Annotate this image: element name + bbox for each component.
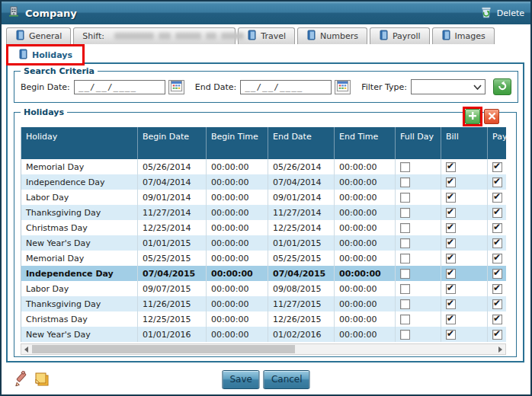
cell-end-date: 07/04/2014 xyxy=(268,174,335,190)
full-day-checkbox[interactable] xyxy=(400,223,410,233)
table-row[interactable]: Christmas Day 12/25/2015 00:00:00 12/26/… xyxy=(21,311,506,327)
delete-button[interactable]: Delete xyxy=(479,5,524,21)
cell-begin-date: 11/26/2015 xyxy=(138,296,207,311)
add-row-button[interactable] xyxy=(465,109,480,124)
column-header-begin-date[interactable]: Begin Date xyxy=(138,127,207,159)
tab-images[interactable]: Images xyxy=(432,27,495,44)
full-day-checkbox[interactable] xyxy=(400,330,410,340)
cell-bill xyxy=(441,266,488,281)
table-row[interactable]: Christmas Day 12/25/2014 00:00:00 12/25/… xyxy=(21,220,506,235)
end-date-input[interactable] xyxy=(240,80,332,94)
table-row[interactable]: Independence Day 07/04/2015 00:00:00 07/… xyxy=(21,266,506,281)
tab-numbers[interactable]: Numbers xyxy=(297,27,367,44)
bill-checkbox[interactable] xyxy=(446,208,456,218)
scrollbar-thumb[interactable] xyxy=(32,345,295,353)
edit-pencil-icon[interactable] xyxy=(14,371,29,388)
table-row[interactable]: Labor Day 09/07/2015 00:00:00 09/08/2015… xyxy=(21,281,506,296)
table-row[interactable]: New Year's Day 01/01/2015 00:00:00 01/01… xyxy=(21,235,506,251)
annotation-highlight-add-button xyxy=(463,107,482,126)
column-header-full-day[interactable]: Full Day xyxy=(396,127,441,159)
cell-pay xyxy=(488,327,506,342)
full-day-checkbox[interactable] xyxy=(400,238,410,248)
column-header-end-date[interactable]: End Date xyxy=(268,127,335,159)
search-criteria-fieldset: Search Criteria Begin Date: End Date: xyxy=(14,66,518,103)
column-header-end-time[interactable]: End Time xyxy=(335,127,396,159)
table-row[interactable]: Thanksgiving Day 11/27/2014 00:00:00 11/… xyxy=(21,205,506,220)
cell-full-day xyxy=(396,327,441,342)
full-day-checkbox[interactable] xyxy=(400,208,410,218)
tab-payroll[interactable]: Payroll xyxy=(370,27,430,44)
delete-row-button[interactable] xyxy=(484,109,499,124)
bill-checkbox[interactable] xyxy=(446,315,456,324)
notes-icon[interactable] xyxy=(34,371,50,388)
search-criteria-legend: Search Criteria xyxy=(21,66,98,76)
tab-shift[interactable]: Shift: xyxy=(73,27,236,44)
end-date-calendar-button[interactable] xyxy=(335,80,351,94)
pay-checkbox[interactable] xyxy=(492,284,502,294)
notebook-icon xyxy=(306,30,316,43)
pay-checkbox[interactable] xyxy=(492,254,502,263)
bill-checkbox[interactable] xyxy=(446,238,456,248)
begin-date-input[interactable] xyxy=(74,80,165,94)
scroll-left-arrow[interactable] xyxy=(21,344,31,354)
full-day-checkbox[interactable] xyxy=(400,299,410,309)
table-row[interactable]: Thanksgiving Day 11/26/2015 00:00:00 11/… xyxy=(21,296,506,311)
cell-full-day xyxy=(396,190,441,205)
scroll-right-arrow[interactable] xyxy=(495,344,505,354)
cell-end-date: 07/04/2015 xyxy=(268,266,335,281)
pay-checkbox[interactable] xyxy=(492,269,502,279)
column-header-bill[interactable]: Bill xyxy=(441,127,488,159)
cell-begin-time: 00:00:00 xyxy=(207,311,268,327)
begin-date-calendar-button[interactable] xyxy=(168,80,184,94)
pay-checkbox[interactable] xyxy=(492,315,502,324)
pay-checkbox[interactable] xyxy=(492,208,502,218)
table-row[interactable]: Independence Day 07/04/2014 00:00:00 07/… xyxy=(21,174,506,190)
full-day-checkbox[interactable] xyxy=(400,193,410,203)
bill-checkbox[interactable] xyxy=(446,162,456,172)
pay-checkbox[interactable] xyxy=(492,330,502,340)
full-day-checkbox[interactable] xyxy=(400,254,410,263)
bill-checkbox[interactable] xyxy=(446,177,456,187)
bill-checkbox[interactable] xyxy=(446,254,456,263)
tab-general[interactable]: General xyxy=(6,27,71,44)
table-header-row: Holiday Begin Date Begin Time End Date E… xyxy=(21,127,506,159)
tab-travel-label: Travel xyxy=(261,31,286,41)
cell-pay xyxy=(488,251,506,266)
table-row[interactable]: Memorial Day 05/26/2014 00:00:00 05/26/2… xyxy=(21,159,506,174)
full-day-checkbox[interactable] xyxy=(400,284,410,294)
pay-checkbox[interactable] xyxy=(492,223,502,233)
full-day-checkbox[interactable] xyxy=(400,315,410,324)
bill-checkbox[interactable] xyxy=(446,330,456,340)
filter-type-select[interactable] xyxy=(411,79,486,94)
full-day-checkbox[interactable] xyxy=(400,177,410,187)
cell-begin-time: 00:00:00 xyxy=(207,327,268,342)
save-button[interactable]: Save xyxy=(222,370,259,389)
pay-checkbox[interactable] xyxy=(492,193,502,203)
column-header-holiday[interactable]: Holiday xyxy=(21,127,138,159)
horizontal-scrollbar[interactable] xyxy=(21,343,506,355)
tab-travel[interactable]: Travel xyxy=(238,27,295,44)
cancel-button[interactable]: Cancel xyxy=(264,370,310,389)
table-row[interactable]: Memorial Day 05/25/2015 00:00:00 05/25/2… xyxy=(21,251,506,266)
bill-checkbox[interactable] xyxy=(446,193,456,203)
bill-checkbox[interactable] xyxy=(446,299,456,309)
pay-checkbox[interactable] xyxy=(492,177,502,187)
x-icon xyxy=(488,111,496,123)
search-refresh-button[interactable] xyxy=(493,78,511,95)
column-header-begin-time[interactable]: Begin Time xyxy=(207,127,268,159)
cell-full-day xyxy=(396,251,441,266)
column-header-pay[interactable]: Pay xyxy=(488,127,506,159)
bill-checkbox[interactable] xyxy=(446,223,456,233)
table-row[interactable]: Labor Day 09/01/2014 00:00:00 09/01/2014… xyxy=(21,190,506,205)
grid-action-buttons xyxy=(463,107,499,126)
full-day-checkbox[interactable] xyxy=(400,162,410,172)
bill-checkbox[interactable] xyxy=(446,269,456,279)
full-day-checkbox[interactable] xyxy=(400,269,410,279)
table-row[interactable]: New Year's Day 01/01/2016 00:00:00 01/02… xyxy=(21,327,506,342)
tab-holidays[interactable]: Holidays xyxy=(8,46,82,63)
bill-checkbox[interactable] xyxy=(446,284,456,294)
pay-checkbox[interactable] xyxy=(492,162,502,172)
pay-checkbox[interactable] xyxy=(492,299,502,309)
pay-checkbox[interactable] xyxy=(492,238,502,248)
cell-end-time: 00:00:00 xyxy=(335,235,396,251)
